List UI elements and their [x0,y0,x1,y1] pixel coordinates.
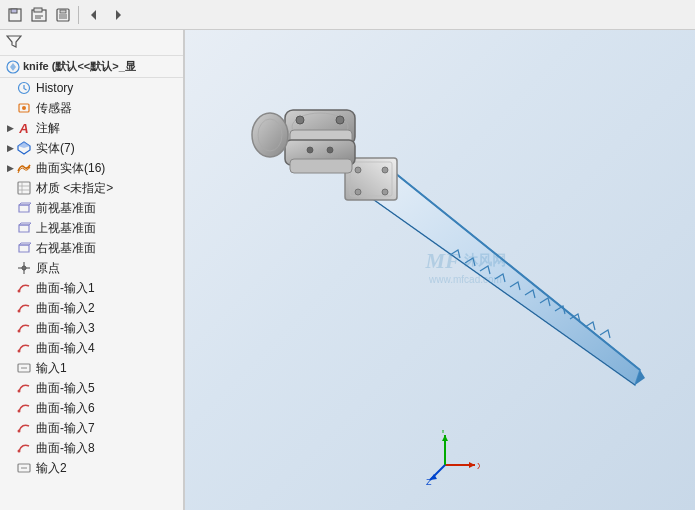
input1-label: 输入1 [36,360,67,377]
svg-point-63 [307,147,313,153]
svg-line-44 [360,190,635,385]
tree-item-solid[interactable]: ▶ 实体(7) [0,138,183,158]
expand-arrow [4,322,16,334]
filter-icon[interactable] [6,33,22,52]
filter-row [0,30,183,56]
expand-arrow [4,362,16,374]
expand-arrow [4,262,16,274]
toolbar-btn-3[interactable] [52,4,74,26]
model-icon [6,60,20,74]
svg-point-49 [382,167,388,173]
top-plane-label: 上视基准面 [36,220,96,237]
expand-arrow: ▶ [4,162,16,174]
surface-icon [16,160,32,176]
toolbar-btn-2[interactable] [28,4,50,26]
svg-marker-25 [19,245,29,252]
svg-rect-60 [290,159,352,173]
expand-arrow [4,282,16,294]
expand-arrow [4,182,16,194]
expand-arrow [4,202,16,214]
svg-marker-10 [116,10,121,20]
svg-marker-24 [19,223,31,225]
input2-icon [16,460,32,476]
svg-point-33 [18,350,21,353]
tree-item-note[interactable]: ▶ A 注解 [0,118,183,138]
expand-arrow [4,402,16,414]
curve6-icon [16,400,32,416]
curve5-label: 曲面-输入5 [36,380,95,397]
expand-arrow [4,382,16,394]
expand-arrow [4,82,16,94]
curve1-label: 曲面-输入1 [36,280,95,297]
tree-item-material[interactable]: 材质 <未指定> [0,178,183,198]
tree-item-curve4[interactable]: 曲面-输入4 [0,338,183,358]
main-area: knife (默认<<默认>_显 History [0,30,695,510]
curve4-label: 曲面-输入4 [36,340,95,357]
curve6-label: 曲面-输入6 [36,400,95,417]
tree-item-origin[interactable]: 原点 [0,258,183,278]
tree-title: knife (默认<<默认>_显 [0,56,183,78]
svg-line-43 [385,165,640,370]
tree-item-right-plane[interactable]: 右视基准面 [0,238,183,258]
front-plane-label: 前视基准面 [36,200,96,217]
input1-icon [16,360,32,376]
tree-item-front-plane[interactable]: 前视基准面 [0,198,183,218]
svg-point-50 [355,189,361,195]
curve8-label: 曲面-输入8 [36,440,95,457]
svg-rect-1 [11,9,17,13]
svg-point-64 [327,147,333,153]
svg-marker-23 [19,225,29,232]
curve8-icon [16,440,32,456]
svg-rect-17 [18,182,30,194]
tree-item-curve5[interactable]: 曲面-输入5 [0,378,183,398]
tree-item-surface[interactable]: ▶ 曲面实体(16) [0,158,183,178]
curve4-icon [16,340,32,356]
tree-item-curve1[interactable]: 曲面-输入1 [0,278,183,298]
svg-rect-3 [34,8,42,12]
tree-item-curve6[interactable]: 曲面-输入6 [0,398,183,418]
sensor-label: 传感器 [36,100,72,117]
axis-indicator: X Y Z [425,430,475,480]
expand-arrow [4,342,16,354]
viewport[interactable]: MF 沐风网 www.mfcad.com X Y Z [185,30,695,510]
toolbar-sep-1 [78,6,79,24]
toolbar-nav-left[interactable] [83,4,105,26]
history-label: History [36,81,73,95]
toolbar-nav-right[interactable] [107,4,129,26]
svg-point-54 [296,116,304,124]
svg-marker-9 [91,10,96,20]
note-label: 注解 [36,120,60,137]
toolbar-btn-1[interactable] [4,4,26,26]
note-icon: A [16,120,32,136]
tree-item-history[interactable]: History [0,78,183,98]
input2-label: 输入2 [36,460,67,477]
tree-item-curve7[interactable]: 曲面-输入7 [0,418,183,438]
svg-point-32 [18,330,21,333]
expand-arrow [4,462,16,474]
svg-point-36 [18,390,21,393]
tree-item-top-plane[interactable]: 上视基准面 [0,218,183,238]
tree-item-input2[interactable]: 输入2 [0,458,183,478]
sidebar: knife (默认<<默认>_显 History [0,30,185,510]
svg-rect-8 [60,10,66,13]
svg-marker-66 [469,462,475,468]
tree-item-curve2[interactable]: 曲面-输入2 [0,298,183,318]
tree-item-sensor[interactable]: 传感器 [0,98,183,118]
solid-label: 实体(7) [36,140,75,157]
expand-arrow [4,222,16,234]
tree-item-input1[interactable]: 输入1 [0,358,183,378]
history-icon [16,80,32,96]
curve1-icon [16,280,32,296]
tree-title-label: knife (默认<<默认>_显 [23,59,136,74]
svg-rect-7 [59,14,67,19]
tree-item-curve8[interactable]: 曲面-输入8 [0,438,183,458]
origin-label: 原点 [36,260,60,277]
right-plane-icon [16,240,32,256]
svg-marker-21 [19,205,29,212]
curve5-icon [16,380,32,396]
main-toolbar [0,0,695,30]
svg-point-48 [355,167,361,173]
svg-point-51 [382,189,388,195]
tree-item-curve3[interactable]: 曲面-输入3 [0,318,183,338]
curve3-icon [16,320,32,336]
